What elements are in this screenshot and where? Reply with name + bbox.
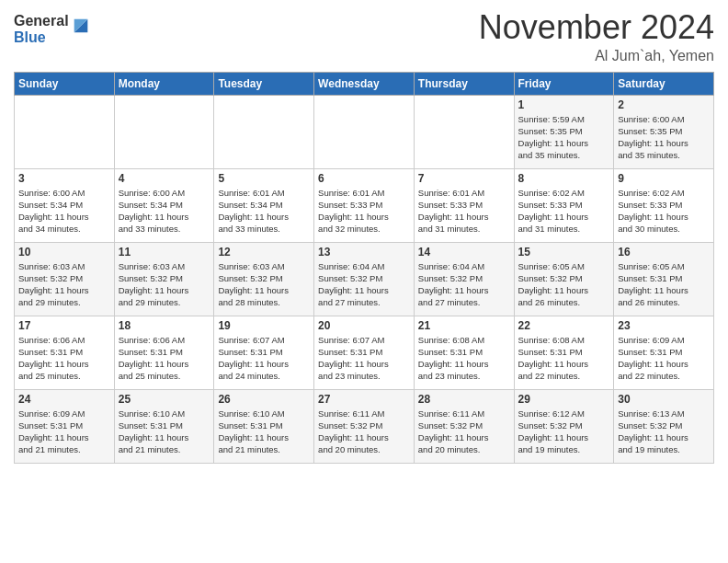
day-number-22: 22 — [518, 319, 610, 332]
day-cell-14: 14Sunrise: 6:04 AM Sunset: 5:32 PM Dayli… — [414, 242, 514, 316]
empty-cell — [114, 95, 214, 168]
logo-icon — [71, 16, 91, 36]
day-info-19: Sunrise: 6:07 AM Sunset: 5:31 PM Dayligh… — [218, 335, 289, 382]
day-cell-4: 4Sunrise: 6:00 AM Sunset: 5:34 PM Daylig… — [114, 168, 214, 242]
week-row-1: 1Sunrise: 5:59 AM Sunset: 5:35 PM Daylig… — [15, 95, 714, 168]
day-number-20: 20 — [318, 319, 410, 332]
day-info-23: Sunrise: 6:09 AM Sunset: 5:31 PM Dayligh… — [618, 335, 688, 382]
day-info-30: Sunrise: 6:13 AM Sunset: 5:32 PM Dayligh… — [618, 408, 688, 455]
day-info-15: Sunrise: 6:05 AM Sunset: 5:32 PM Dayligh… — [518, 261, 589, 308]
day-number-17: 17 — [18, 319, 110, 332]
day-cell-6: 6Sunrise: 6:01 AM Sunset: 5:33 PM Daylig… — [314, 168, 415, 242]
logo-text: General Blue — [14, 13, 69, 45]
day-cell-21: 21Sunrise: 6:08 AM Sunset: 5:31 PM Dayli… — [414, 316, 514, 389]
day-number-11: 11 — [119, 246, 210, 259]
day-cell-27: 27Sunrise: 6:11 AM Sunset: 5:32 PM Dayli… — [314, 389, 415, 463]
day-cell-26: 26Sunrise: 6:10 AM Sunset: 5:31 PM Dayli… — [214, 389, 314, 463]
day-info-11: Sunrise: 6:03 AM Sunset: 5:32 PM Dayligh… — [119, 261, 189, 308]
day-cell-1: 1Sunrise: 5:59 AM Sunset: 5:35 PM Daylig… — [514, 95, 614, 168]
day-number-29: 29 — [518, 393, 610, 406]
day-number-16: 16 — [618, 246, 710, 259]
day-number-26: 26 — [218, 393, 310, 406]
weekday-header-friday: Friday — [514, 72, 614, 95]
day-info-12: Sunrise: 6:03 AM Sunset: 5:32 PM Dayligh… — [218, 261, 289, 308]
day-number-23: 23 — [618, 319, 710, 332]
day-cell-23: 23Sunrise: 6:09 AM Sunset: 5:31 PM Dayli… — [614, 316, 714, 389]
week-row-4: 17Sunrise: 6:06 AM Sunset: 5:31 PM Dayli… — [15, 316, 714, 389]
weekday-header-sunday: Sunday — [15, 72, 115, 95]
day-info-4: Sunrise: 6:00 AM Sunset: 5:34 PM Dayligh… — [119, 188, 189, 235]
day-cell-11: 11Sunrise: 6:03 AM Sunset: 5:32 PM Dayli… — [114, 242, 214, 316]
day-cell-13: 13Sunrise: 6:04 AM Sunset: 5:32 PM Dayli… — [314, 242, 415, 316]
day-cell-7: 7Sunrise: 6:01 AM Sunset: 5:33 PM Daylig… — [414, 168, 514, 242]
weekday-header-saturday: Saturday — [614, 72, 714, 95]
empty-cell — [15, 95, 115, 168]
day-number-30: 30 — [618, 393, 710, 406]
day-info-2: Sunrise: 6:00 AM Sunset: 5:35 PM Dayligh… — [618, 114, 688, 161]
day-info-27: Sunrise: 6:11 AM Sunset: 5:32 PM Dayligh… — [318, 408, 389, 455]
day-info-26: Sunrise: 6:10 AM Sunset: 5:31 PM Dayligh… — [218, 408, 289, 455]
day-info-13: Sunrise: 6:04 AM Sunset: 5:32 PM Dayligh… — [318, 261, 389, 308]
week-row-3: 10Sunrise: 6:03 AM Sunset: 5:32 PM Dayli… — [15, 242, 714, 316]
day-info-22: Sunrise: 6:08 AM Sunset: 5:31 PM Dayligh… — [518, 335, 589, 382]
empty-cell — [414, 95, 514, 168]
day-number-2: 2 — [618, 98, 710, 111]
day-info-25: Sunrise: 6:10 AM Sunset: 5:31 PM Dayligh… — [119, 408, 189, 455]
day-info-14: Sunrise: 6:04 AM Sunset: 5:32 PM Dayligh… — [418, 261, 489, 308]
logo-blue: Blue — [14, 29, 69, 46]
weekday-header-monday: Monday — [114, 72, 214, 95]
day-number-7: 7 — [418, 172, 510, 185]
day-info-1: Sunrise: 5:59 AM Sunset: 5:35 PM Dayligh… — [518, 114, 589, 161]
page: General Blue November 2024 Al Jum`ah, Ye… — [0, 0, 728, 563]
day-cell-8: 8Sunrise: 6:02 AM Sunset: 5:33 PM Daylig… — [514, 168, 614, 242]
calendar-table: SundayMondayTuesdayWednesdayThursdayFrid… — [14, 72, 714, 464]
day-info-24: Sunrise: 6:09 AM Sunset: 5:31 PM Dayligh… — [18, 408, 89, 455]
day-number-6: 6 — [318, 172, 410, 185]
day-cell-12: 12Sunrise: 6:03 AM Sunset: 5:32 PM Dayli… — [214, 242, 314, 316]
day-cell-16: 16Sunrise: 6:05 AM Sunset: 5:31 PM Dayli… — [614, 242, 714, 316]
day-cell-25: 25Sunrise: 6:10 AM Sunset: 5:31 PM Dayli… — [114, 389, 214, 463]
day-cell-20: 20Sunrise: 6:07 AM Sunset: 5:31 PM Dayli… — [314, 316, 415, 389]
day-cell-30: 30Sunrise: 6:13 AM Sunset: 5:32 PM Dayli… — [614, 389, 714, 463]
day-info-8: Sunrise: 6:02 AM Sunset: 5:33 PM Dayligh… — [518, 188, 589, 235]
day-cell-15: 15Sunrise: 6:05 AM Sunset: 5:32 PM Dayli… — [514, 242, 614, 316]
day-info-16: Sunrise: 6:05 AM Sunset: 5:31 PM Dayligh… — [618, 261, 688, 308]
day-number-9: 9 — [618, 172, 710, 185]
day-info-20: Sunrise: 6:07 AM Sunset: 5:31 PM Dayligh… — [318, 335, 389, 382]
day-number-27: 27 — [318, 393, 410, 406]
day-number-13: 13 — [318, 246, 410, 259]
day-number-21: 21 — [418, 319, 510, 332]
weekday-header-row: SundayMondayTuesdayWednesdayThursdayFrid… — [15, 72, 714, 95]
day-info-28: Sunrise: 6:11 AM Sunset: 5:32 PM Dayligh… — [418, 408, 489, 455]
day-number-12: 12 — [218, 246, 310, 259]
day-info-6: Sunrise: 6:01 AM Sunset: 5:33 PM Dayligh… — [318, 188, 389, 235]
logo-general: General — [14, 13, 69, 29]
day-number-3: 3 — [18, 172, 110, 185]
day-number-19: 19 — [218, 319, 310, 332]
logo: General Blue — [14, 13, 91, 45]
day-info-5: Sunrise: 6:01 AM Sunset: 5:34 PM Dayligh… — [218, 188, 289, 235]
day-number-18: 18 — [119, 319, 210, 332]
month-title: November 2024 — [479, 9, 714, 46]
day-number-8: 8 — [518, 172, 610, 185]
day-info-9: Sunrise: 6:02 AM Sunset: 5:33 PM Dayligh… — [618, 188, 688, 235]
day-cell-5: 5Sunrise: 6:01 AM Sunset: 5:34 PM Daylig… — [214, 168, 314, 242]
day-number-28: 28 — [418, 393, 510, 406]
day-number-1: 1 — [518, 98, 610, 111]
day-cell-29: 29Sunrise: 6:12 AM Sunset: 5:32 PM Dayli… — [514, 389, 614, 463]
day-cell-22: 22Sunrise: 6:08 AM Sunset: 5:31 PM Dayli… — [514, 316, 614, 389]
day-number-24: 24 — [18, 393, 110, 406]
title-block: November 2024 Al Jum`ah, Yemen — [479, 9, 714, 64]
day-number-15: 15 — [518, 246, 610, 259]
day-number-5: 5 — [218, 172, 310, 185]
day-cell-3: 3Sunrise: 6:00 AM Sunset: 5:34 PM Daylig… — [15, 168, 115, 242]
empty-cell — [214, 95, 314, 168]
day-info-29: Sunrise: 6:12 AM Sunset: 5:32 PM Dayligh… — [518, 408, 589, 455]
day-cell-10: 10Sunrise: 6:03 AM Sunset: 5:32 PM Dayli… — [15, 242, 115, 316]
day-info-18: Sunrise: 6:06 AM Sunset: 5:31 PM Dayligh… — [119, 335, 189, 382]
weekday-header-tuesday: Tuesday — [214, 72, 314, 95]
header: General Blue November 2024 Al Jum`ah, Ye… — [14, 9, 714, 64]
day-info-3: Sunrise: 6:00 AM Sunset: 5:34 PM Dayligh… — [18, 188, 89, 235]
day-cell-28: 28Sunrise: 6:11 AM Sunset: 5:32 PM Dayli… — [414, 389, 514, 463]
day-cell-9: 9Sunrise: 6:02 AM Sunset: 5:33 PM Daylig… — [614, 168, 714, 242]
